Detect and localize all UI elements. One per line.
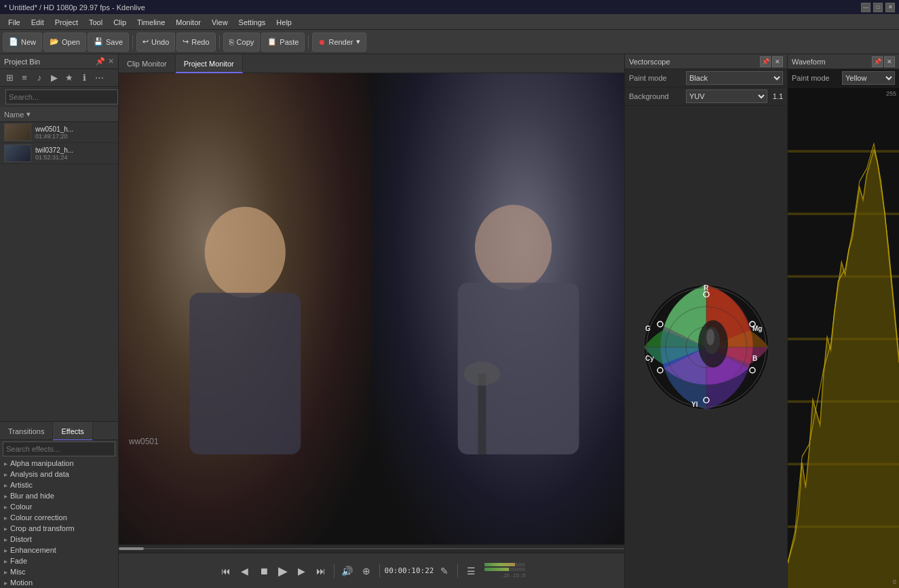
menu-monitor[interactable]: Monitor [170, 17, 206, 28]
effect-analysis[interactable]: ▸Analysis and data [0, 469, 118, 479]
skip-end-btn[interactable]: ⏭ [313, 563, 329, 579]
tab-clip-monitor[interactable]: Clip Monitor [119, 54, 176, 73]
bin-list-view[interactable]: ≡ [18, 71, 31, 85]
zoom-btn[interactable]: ⊕ [358, 563, 375, 579]
render-dropdown-icon: ▾ [356, 37, 360, 46]
close-btn[interactable]: ✕ [885, 3, 895, 12]
project-thumb-2 [4, 144, 31, 162]
project-time-1: 01:49:17;20 [35, 133, 73, 140]
menu-clip[interactable]: Clip [108, 17, 132, 28]
svg-rect-30 [788, 150, 899, 153]
bin-more-icon[interactable]: ⋯ [92, 71, 106, 85]
wf-pin-btn[interactable]: 📌 [872, 56, 883, 67]
menu-tool[interactable]: Tool [83, 17, 108, 28]
copy-button[interactable]: ⎘ Copy [223, 33, 261, 52]
effect-enhancement[interactable]: ▸Enhancement [0, 545, 118, 555]
project-bin-close-icon[interactable]: ✕ [108, 57, 114, 66]
undo-button[interactable]: ↩ Undo [136, 33, 175, 52]
vs-background-select[interactable]: YUV YCbCr Off [686, 90, 767, 103]
svg-text:Cy: Cy [645, 355, 654, 362]
menu-settings[interactable]: Settings [233, 17, 271, 28]
project-item-1[interactable]: ww0501_h... 01:49:17;20 [0, 122, 118, 143]
redo-button[interactable]: ↪ Redo [176, 33, 215, 52]
waveform-header: Waveform 📌 ✕ [788, 54, 899, 69]
effect-crop[interactable]: ▸Crop and transform [0, 523, 118, 534]
menu-help[interactable]: Help [271, 17, 297, 28]
scrubber-bar[interactable] [119, 545, 624, 553]
tab-project-monitor[interactable]: Project Monitor [176, 54, 243, 73]
effect-misc[interactable]: ▸Misc [0, 566, 118, 577]
wf-paint-mode-select[interactable]: Yellow White Green [842, 71, 895, 85]
effect-alpha[interactable]: ▸Alpha manipulation [0, 458, 118, 469]
menu-file[interactable]: File [3, 17, 26, 28]
tab-transitions[interactable]: Transitions [0, 422, 53, 441]
menu-project[interactable]: Project [50, 17, 83, 28]
menu-timeline[interactable]: Timeline [132, 17, 170, 28]
skip-start-btn[interactable]: ⏮ [218, 563, 234, 579]
svg-point-26 [706, 329, 714, 345]
project-item-2[interactable]: twil0372_h... 01:52:31;24 [0, 143, 118, 164]
effects-search-input[interactable] [3, 442, 115, 456]
effect-fade[interactable]: ▸Fade [0, 555, 118, 566]
effect-artistic[interactable]: ▸Artistic [0, 479, 118, 490]
volume-btn[interactable]: 🔊 [339, 563, 356, 579]
bin-clip-icon[interactable]: ▶ [47, 71, 61, 85]
stop-btn[interactable]: ⏹ [256, 563, 272, 579]
open-button[interactable]: 📂 Open [43, 33, 86, 52]
svg-point-0 [205, 207, 286, 298]
project-time-2: 01:52:31;24 [35, 154, 73, 161]
wf-close-btn[interactable]: ✕ [884, 56, 895, 67]
main-layout: Project Bin 📌 ✕ ⊞ ≡ ♪ ▶ ★ ℹ ⋯ Name ▾ ww0… [0, 54, 899, 588]
next-frame-btn[interactable]: ▶ [294, 563, 310, 579]
effect-blur[interactable]: ▸Blur and hide [0, 490, 118, 501]
vs-background-row: Background YUV YCbCr Off 1.1 [625, 87, 787, 106]
svg-text:B: B [752, 355, 757, 362]
time-edit-btn[interactable]: ✎ [436, 563, 453, 579]
vs-background-label: Background [629, 92, 683, 100]
vs-pin-btn[interactable]: 📌 [760, 56, 771, 67]
menu-view[interactable]: View [206, 17, 233, 28]
project-search-input[interactable] [5, 90, 118, 104]
maximize-btn[interactable]: □ [873, 3, 883, 12]
prev-frame-btn[interactable]: ◀ [237, 563, 253, 579]
title-bar: * Untitled* / HD 1080p 29.97 fps - Kdenl… [0, 0, 899, 15]
minimize-btn[interactable]: — [861, 3, 871, 12]
effect-colour-correction[interactable]: ▸Colour correction [0, 512, 118, 523]
bin-info-icon[interactable]: ℹ [77, 71, 91, 85]
project-bin-pin-icon[interactable]: 📌 [96, 57, 105, 66]
effect-motion[interactable]: ▸Motion [0, 577, 118, 588]
project-list-header[interactable]: Name ▾ [0, 107, 118, 122]
vs-paint-mode-select[interactable]: Black White Color [686, 71, 783, 85]
project-bin: Project Bin 📌 ✕ ⊞ ≡ ♪ ▶ ★ ℹ ⋯ Name ▾ ww0… [0, 54, 119, 588]
monitor-controls: ⏮ ◀ ⏹ ▶ ▶ ⏭ 🔊 ⊕ 00:00:10:22 ✎ ☰ -2 [119, 553, 624, 588]
toolbar: 📄 New 📂 Open 💾 Save ↩ Undo ↪ Redo ⎘ Copy… [0, 30, 899, 54]
svg-text:Yl: Yl [691, 401, 698, 408]
save-button[interactable]: 💾 Save [88, 33, 129, 52]
redo-icon: ↪ [183, 37, 189, 46]
bin-audio-icon[interactable]: ♪ [33, 71, 46, 85]
new-button[interactable]: 📄 New [3, 33, 42, 52]
svg-point-3 [474, 205, 551, 290]
project-search-row [0, 87, 118, 107]
bin-thumbnail-view[interactable]: ⊞ [3, 71, 16, 85]
menu-monitor-btn[interactable]: ☰ [463, 563, 479, 579]
vs-close-btn[interactable]: ✕ [772, 56, 783, 67]
render-icon: ⏺ [318, 38, 326, 46]
waveform-svg [788, 87, 899, 588]
effect-colour[interactable]: ▸Colour [0, 501, 118, 512]
paste-button[interactable]: 📋 Paste [261, 33, 305, 52]
project-bin-toolbar: ⊞ ≡ ♪ ▶ ★ ℹ ⋯ [0, 69, 118, 87]
wf-paint-mode-label: Paint mode [792, 74, 839, 82]
bin-star-icon[interactable]: ★ [62, 71, 76, 85]
video-left: ww0501 [119, 73, 372, 553]
ctrl-sep2 [379, 564, 380, 578]
waveform-header-buttons: 📌 ✕ [872, 56, 895, 67]
project-bin-header: Project Bin 📌 ✕ [0, 54, 118, 69]
tab-effects[interactable]: Effects [53, 422, 92, 441]
waveform-panel: Waveform 📌 ✕ Paint mode Yellow White Gre… [787, 54, 899, 588]
effect-distort[interactable]: ▸Distort [0, 534, 118, 545]
menu-edit[interactable]: Edit [26, 17, 50, 28]
render-button[interactable]: ⏺ Render ▾ [312, 33, 366, 52]
play-btn[interactable]: ▶ [275, 563, 291, 579]
waveform-title: Waveform [792, 58, 826, 66]
